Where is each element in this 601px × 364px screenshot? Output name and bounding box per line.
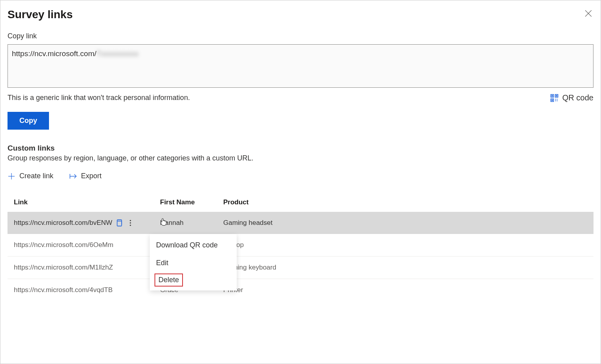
row-product: Gaming headset	[223, 219, 587, 227]
menu-delete[interactable]: Delete	[154, 273, 183, 287]
copy-link-label: Copy link	[8, 32, 593, 40]
qr-code-icon	[550, 94, 558, 102]
svg-point-17	[130, 220, 131, 221]
row-link-text: https://ncv.microsoft.com/bvENW	[14, 219, 112, 227]
more-vertical-icon	[130, 219, 131, 226]
menu-download-qr[interactable]: Download QR code	[150, 236, 237, 254]
svg-rect-3	[552, 95, 553, 96]
row-first-name: Hannah	[160, 219, 223, 227]
table-row[interactable]: https://ncv.microsoft.com/6OeMm Laptop	[8, 234, 593, 256]
qr-code-button[interactable]: QR code	[550, 93, 593, 102]
svg-rect-5	[556, 95, 557, 96]
copy-link-info-text: This is a generic link that won't track …	[8, 94, 190, 102]
custom-links-description: Group responses by region, language, or …	[8, 154, 593, 162]
close-icon	[585, 10, 592, 17]
table-header: Link First Name Product	[8, 193, 593, 212]
table-row[interactable]: https://ncv.microsoft.com/M1llzhZ Gaming…	[8, 256, 593, 279]
copy-link-url-blurred: Txxxxxxxxxx	[96, 49, 139, 58]
copy-link-field[interactable]: https://ncv.microsoft.com/Txxxxxxxxxx	[8, 44, 593, 88]
row-more-button[interactable]	[130, 219, 131, 226]
custom-links-actions: Create link Export	[8, 172, 593, 180]
svg-rect-9	[557, 99, 558, 100]
svg-rect-16	[117, 221, 122, 226]
svg-point-18	[130, 222, 131, 223]
row-product: Laptop	[223, 241, 587, 249]
table-row[interactable]: https://ncv.microsoft.com/4vqdTB Grace P…	[8, 279, 593, 301]
survey-links-panel: Survey links Copy link https://ncv.micro…	[0, 0, 601, 364]
create-link-label: Create link	[19, 172, 53, 180]
row-link-text: https://ncv.microsoft.com/6OeMm	[14, 241, 113, 249]
export-icon	[69, 172, 77, 180]
svg-rect-11	[557, 100, 558, 101]
svg-rect-7	[552, 100, 553, 100]
menu-edit[interactable]: Edit	[150, 254, 237, 272]
export-button[interactable]: Export	[69, 172, 102, 180]
svg-rect-10	[555, 100, 556, 101]
panel-title: Survey links	[8, 8, 73, 21]
svg-rect-8	[555, 99, 556, 100]
panel-header: Survey links	[8, 8, 593, 32]
plus-icon	[8, 172, 15, 180]
copy-button[interactable]: Copy	[8, 112, 49, 130]
copy-row-link-button[interactable]	[115, 219, 122, 226]
create-link-button[interactable]: Create link	[8, 172, 53, 180]
row-link-text: https://ncv.microsoft.com/4vqdTB	[14, 286, 113, 294]
custom-links-heading: Custom links	[8, 144, 593, 153]
qr-code-label: QR code	[562, 93, 593, 102]
svg-point-19	[130, 224, 131, 226]
row-link-text: https://ncv.microsoft.com/M1llzhZ	[14, 264, 113, 272]
table-row[interactable]: https://ncv.microsoft.com/bvENW	[8, 212, 593, 234]
custom-links-table: Link First Name Product https://ncv.micr…	[8, 193, 593, 301]
row-product: Gaming keyboard	[223, 264, 587, 272]
table-header-product: Product	[223, 198, 587, 206]
copy-link-info-row: This is a generic link that won't track …	[8, 93, 593, 102]
table-header-first-name: First Name	[160, 198, 223, 206]
export-label: Export	[81, 172, 102, 180]
close-button[interactable]	[583, 8, 593, 20]
row-context-menu: Download QR code Edit Delete	[150, 234, 237, 290]
copy-link-url-prefix: https://ncv.microsoft.com/	[12, 49, 96, 58]
table-header-link: Link	[14, 198, 160, 206]
row-product: Printer	[223, 286, 587, 294]
copy-icon	[115, 219, 122, 226]
